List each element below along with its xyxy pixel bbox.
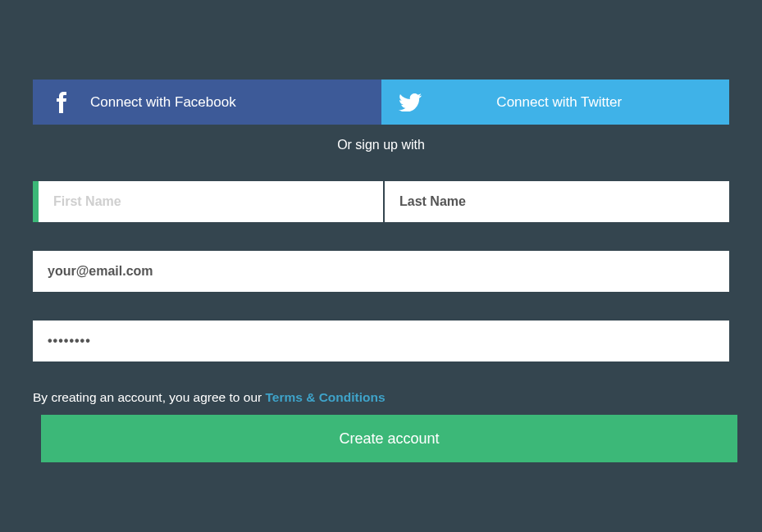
social-login-row: Connect with Facebook Connect with Twitt… xyxy=(33,80,729,125)
last-name-wrap xyxy=(385,181,729,222)
terms-link[interactable]: Terms & Conditions xyxy=(265,390,385,404)
terms-prefix: By creating an account, you agree to our xyxy=(33,390,265,404)
facebook-login-button[interactable]: Connect with Facebook xyxy=(33,80,381,125)
twitter-login-label: Connect with Twitter xyxy=(439,94,730,111)
password-input[interactable] xyxy=(33,321,729,361)
twitter-login-button[interactable]: Connect with Twitter xyxy=(381,80,730,125)
first-name-input[interactable] xyxy=(39,181,383,222)
email-input[interactable] xyxy=(33,251,729,292)
facebook-icon xyxy=(33,92,90,113)
name-row xyxy=(33,181,729,222)
divider-text: Or sign up with xyxy=(33,138,729,152)
first-name-wrap xyxy=(33,181,383,222)
facebook-login-label: Connect with Facebook xyxy=(90,94,381,111)
create-account-button[interactable]: Create account xyxy=(41,415,737,462)
terms-row: By creating an account, you agree to our… xyxy=(33,390,729,405)
last-name-input[interactable] xyxy=(385,181,729,222)
twitter-icon xyxy=(381,93,439,111)
